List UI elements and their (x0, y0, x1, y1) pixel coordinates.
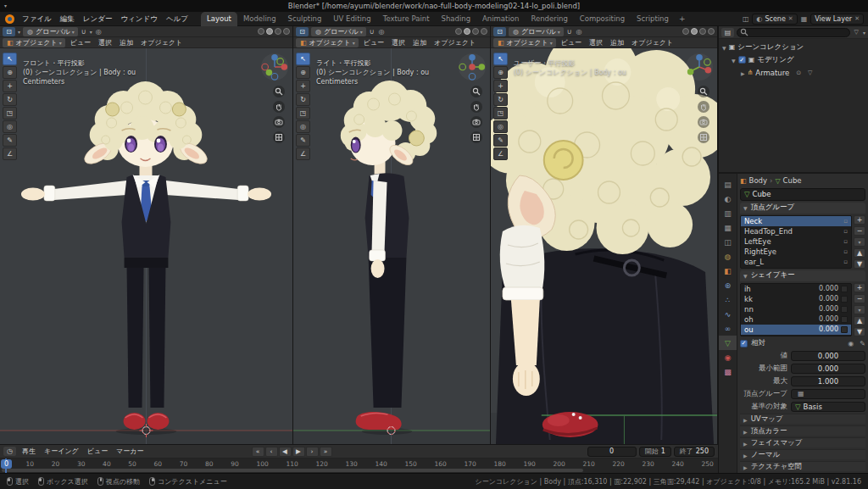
jump-to-start-button[interactable]: « (252, 447, 264, 457)
pan-hand-icon[interactable] (698, 101, 709, 113)
ortho-persp-icon[interactable] (470, 131, 482, 143)
timeline-ruler[interactable]: 0 10 20 30 40 50 60 70 80 90 100 110 120… (0, 458, 718, 473)
select-box-tool[interactable] (296, 53, 310, 65)
outliner-row-modeling[interactable]: ▣ モデリング (719, 53, 868, 66)
material-shading-icon[interactable] (699, 28, 706, 35)
cursor-tool[interactable] (493, 66, 508, 79)
screen-layout-icon[interactable]: ◫ (743, 15, 749, 23)
playhead[interactable]: 0 (5, 458, 7, 473)
proportional-edit-icon[interactable]: ◎ (378, 28, 386, 36)
outliner-editor-icon[interactable]: ▤ (721, 28, 734, 37)
prop-tab-view-layer[interactable]: ▦ (719, 220, 737, 235)
mode-dropdown[interactable]: ◧ オブジェクト (493, 38, 556, 47)
annotate-tool[interactable] (3, 134, 17, 147)
solid-shading-icon[interactable] (464, 28, 470, 35)
outliner-row-armature[interactable]: ⋔ Armature ⊙ ▽ (719, 66, 868, 79)
snap-magnet-icon[interactable]: ∪ (566, 28, 573, 36)
next-keyframe-button[interactable]: › (306, 447, 319, 457)
rotate-tool[interactable] (493, 93, 508, 106)
prop-tab-material[interactable]: ◉ (719, 350, 737, 364)
frame-end-field[interactable]: 終了250 (674, 447, 715, 457)
breadcrumb-data[interactable]: Cube (783, 176, 802, 185)
relative-checkbox[interactable] (740, 340, 748, 347)
lock-icon[interactable]: ▫ (843, 258, 848, 265)
prop-tab-particles[interactable]: ∴ (719, 292, 737, 307)
outliner-search-input[interactable] (737, 28, 850, 37)
menu-playback[interactable]: 再生 (19, 447, 38, 456)
list-item[interactable]: kk0.000 (741, 294, 851, 304)
select-box-tool[interactable] (3, 53, 17, 65)
view-layer-unlink-icon[interactable]: ✕ (854, 15, 860, 22)
viewport-front-canvas[interactable]: フロント・平行投影 (0) シーンコレクション | Body : ou Cent… (0, 48, 292, 444)
rendered-shading-icon[interactable] (283, 28, 290, 35)
menu-select[interactable]: 選択 (96, 38, 114, 47)
menu-marker[interactable]: マーカー (114, 447, 146, 456)
editor-type-button[interactable]: ⊡ (3, 27, 15, 36)
edit-mode-icon[interactable]: ✎ (860, 340, 865, 347)
vertex-groups-panel-header[interactable]: 頂点グループ (740, 203, 865, 214)
expand-icon[interactable] (732, 56, 736, 64)
list-item[interactable]: RightEye▫ (741, 247, 851, 257)
lock-icon[interactable]: ▫ (843, 228, 848, 235)
move-tool[interactable] (3, 80, 17, 92)
menu-view[interactable]: ビュー (85, 447, 110, 456)
annotate-tool[interactable] (296, 134, 310, 147)
scale-tool[interactable] (3, 107, 17, 119)
zoom-icon[interactable] (273, 86, 285, 97)
cursor-tool[interactable] (296, 66, 310, 79)
play-button[interactable]: ▶ (292, 447, 305, 457)
wireframe-shading-icon[interactable] (682, 28, 689, 35)
list-item[interactable]: ou0.000 (741, 325, 851, 335)
scale-tool[interactable] (296, 107, 310, 119)
measure-tool[interactable] (296, 147, 310, 160)
play-reverse-button[interactable]: ◀ (279, 447, 292, 457)
basis-dropdown[interactable]: ▽Basis (791, 402, 865, 412)
material-shading-icon[interactable] (472, 28, 479, 35)
menu-add[interactable]: 追加 (117, 38, 136, 47)
prop-tab-constraints[interactable]: ∞ (719, 321, 737, 336)
transform-tool[interactable] (3, 120, 17, 133)
frame-start-field[interactable]: 開始1 (639, 447, 671, 457)
menu-view[interactable]: ビュー (559, 38, 584, 47)
remove-vertex-group-button[interactable]: − (854, 226, 865, 236)
chevron-down-icon[interactable] (90, 28, 92, 36)
section-uv-maps[interactable]: UVマップ (740, 414, 865, 424)
lock-icon[interactable]: ▫ (843, 238, 848, 245)
ortho-persp-icon[interactable] (273, 131, 285, 143)
tab-compositing[interactable]: Compositing (574, 12, 631, 26)
wireframe-shading-icon[interactable] (455, 28, 462, 35)
scene-unlink-icon[interactable]: ✕ (788, 15, 793, 22)
transform-orientation-dropdown[interactable]: ◍ グローバル (23, 27, 78, 36)
menu-file[interactable]: ファイル (18, 12, 56, 26)
tab-layout[interactable]: Layout (201, 12, 237, 26)
solid-shading-icon[interactable] (691, 28, 698, 35)
pan-hand-icon[interactable] (470, 101, 482, 113)
show-only-icon[interactable]: ◉ (848, 340, 854, 347)
navigation-gizmo[interactable] (685, 53, 714, 81)
prop-tab-data[interactable]: ▽ (719, 336, 737, 350)
rendered-shading-icon[interactable] (481, 28, 487, 35)
mode-dropdown[interactable]: ◧ オブジェクト (296, 38, 359, 47)
transform-tool[interactable] (493, 120, 508, 133)
rotate-tool[interactable] (3, 93, 17, 106)
pan-hand-icon[interactable] (273, 101, 285, 113)
viewport-user-canvas[interactable]: ユーザー・平行投影 (0) シーンコレクション | Body : ou (491, 48, 717, 444)
navigation-gizmo[interactable] (260, 53, 289, 81)
value-field[interactable]: 0.000 (791, 351, 865, 361)
mute-checkbox[interactable] (841, 296, 848, 303)
snap-magnet-icon[interactable]: ∪ (81, 28, 87, 36)
add-workspace-button[interactable]: + (675, 12, 690, 26)
lock-icon[interactable]: ▫ (843, 218, 848, 225)
current-frame-field[interactable]: 0 (587, 447, 637, 457)
menu-add[interactable]: 追加 (608, 38, 626, 47)
prop-tab-render[interactable]: ◐ (719, 192, 737, 206)
add-vertex-group-button[interactable]: + (854, 215, 865, 225)
vertex-group-specials-button[interactable] (854, 237, 865, 247)
list-item[interactable]: nn0.000 (741, 304, 851, 314)
timeline-scrollbar[interactable] (2, 469, 583, 472)
measure-tool[interactable] (493, 147, 508, 160)
outliner-row-scene-collection[interactable]: ▣ シーンコレクション (719, 41, 868, 53)
section-normals[interactable]: ノーマル (740, 449, 865, 459)
tab-uv-editing[interactable]: UV Editing (327, 12, 376, 26)
transform-orientation-dropdown[interactable]: ◍ グローバル (509, 27, 564, 36)
